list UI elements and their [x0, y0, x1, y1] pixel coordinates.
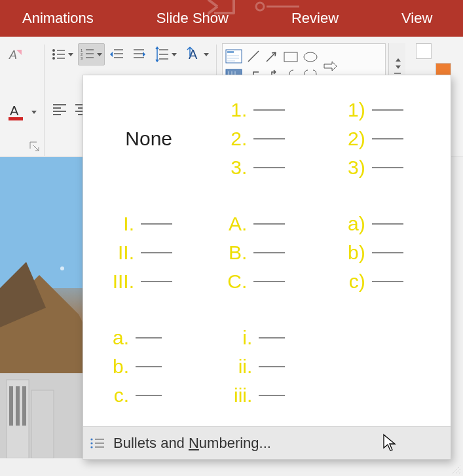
numbering-option-none[interactable]: None: [94, 86, 204, 192]
svg-rect-29: [9, 386, 13, 426]
svg-point-37: [90, 446, 92, 448]
tab-review[interactable]: Review: [276, 0, 354, 37]
numbering-option-decimal-paren[interactable]: 1) 2) 3): [330, 86, 440, 192]
decrease-indent-button[interactable]: [107, 43, 127, 65]
font-color-button[interactable]: A: [5, 101, 39, 123]
ribbon-tabs: Animations Slide Show Review View Format: [0, 0, 463, 37]
align-left-button[interactable]: [50, 98, 69, 120]
numbering-option-upper-alpha-period[interactable]: A. B. C.: [212, 200, 322, 306]
chevron-down-icon: [68, 53, 73, 56]
tab-view[interactable]: View: [386, 0, 448, 37]
svg-text:3: 3: [81, 56, 83, 60]
chevron-up-icon: [396, 58, 401, 62]
chevron-down-icon: [172, 53, 177, 56]
bullets-split-button[interactable]: [50, 43, 75, 65]
svg-rect-23: [0, 157, 85, 288]
svg-rect-9: [57, 58, 65, 59]
svg-point-35: [90, 442, 92, 444]
dialog-launcher-button[interactable]: [29, 141, 41, 153]
numbering-option-decimal-period[interactable]: 1. 2. 3.: [212, 86, 322, 192]
numbering-option-lower-alpha-paren[interactable]: a) b) c): [330, 200, 440, 306]
svg-text:A: A: [9, 48, 17, 62]
numbering-split-button[interactable]: 1 2 3: [78, 43, 105, 65]
numbered-list-icon: [90, 437, 105, 450]
bullets-and-numbering-menu-item[interactable]: Bullets and Numbering...: [83, 426, 451, 459]
oval-shape-icon: [303, 50, 318, 64]
numbering-option-lower-roman-period[interactable]: i. ii. iii.: [212, 314, 322, 420]
svg-point-8: [52, 57, 55, 60]
numbering-option-upper-roman-period[interactable]: I. II. III.: [94, 200, 204, 306]
clear-formatting-button[interactable]: A: [5, 43, 26, 65]
numbering-grid: None 1. 2. 3. 1) 2) 3) I. II. III. A. B.…: [83, 75, 451, 426]
tab-animations[interactable]: Animations: [7, 0, 109, 37]
text-direction-button[interactable]: A: [181, 43, 211, 65]
numbering-option-lower-alpha-period[interactable]: a. b. c.: [94, 314, 204, 420]
line-spacing-button[interactable]: [152, 43, 179, 65]
svg-point-33: [90, 438, 92, 440]
increase-indent-button[interactable]: [130, 43, 149, 65]
bar-icon: [394, 73, 401, 74]
svg-rect-3: [9, 117, 23, 120]
svg-rect-22: [394, 73, 401, 74]
numbering-option-empty: [330, 314, 440, 420]
block-arrow-icon: [322, 60, 338, 73]
slide-image: [0, 157, 85, 458]
chevron-down-icon: [204, 53, 209, 56]
svg-point-6: [52, 53, 55, 56]
cursor-icon: [382, 433, 398, 453]
svg-rect-28: [31, 390, 54, 458]
svg-rect-18: [227, 51, 234, 53]
line-shape-icon: [246, 49, 261, 64]
arrow-shape-icon: [265, 49, 279, 64]
svg-rect-11: [86, 49, 94, 50]
svg-rect-30: [16, 386, 20, 426]
rectangle-shape-icon: [283, 50, 299, 64]
svg-text:A: A: [10, 103, 19, 118]
svg-point-32: [60, 266, 64, 270]
numbering-dropdown: None 1. 2. 3. 1) 2) 3) I. II. III. A. B.…: [83, 75, 451, 460]
svg-rect-13: [86, 53, 94, 54]
svg-rect-38: [95, 447, 104, 448]
svg-rect-15: [86, 57, 94, 58]
svg-point-21: [304, 52, 317, 62]
resize-grip-icon: [451, 464, 462, 475]
svg-rect-7: [57, 54, 65, 55]
chevron-down-icon: [31, 111, 37, 114]
svg-rect-36: [95, 443, 104, 444]
separator: [44, 45, 45, 156]
svg-point-4: [52, 49, 55, 52]
svg-rect-31: [22, 386, 26, 426]
svg-rect-5: [57, 50, 65, 51]
tab-slide-show[interactable]: Slide Show: [141, 0, 244, 37]
chevron-down-icon: [396, 65, 401, 69]
svg-rect-20: [284, 52, 297, 62]
style-swatch-white[interactable]: [416, 43, 432, 59]
chevron-down-icon: [97, 53, 102, 56]
svg-rect-34: [95, 439, 104, 440]
textbox-shape-icon: [225, 49, 242, 64]
font-group: A A: [3, 41, 41, 126]
bullets-and-numbering-label: Bullets and Numbering...: [113, 435, 271, 452]
